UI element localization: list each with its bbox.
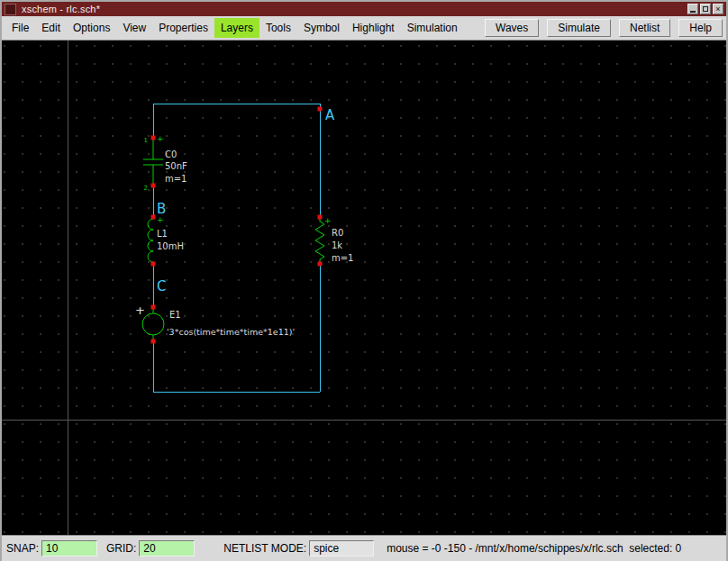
menu-file[interactable]: File xyxy=(5,18,35,38)
resistor-name-label[interactable]: R0 xyxy=(332,228,343,238)
inductor-value-label[interactable]: 10mH xyxy=(157,241,184,251)
netlist-mode-label: NETLIST MODE: xyxy=(223,542,306,555)
source-polarity-plus: + xyxy=(135,303,145,317)
pin-node-a[interactable] xyxy=(318,107,323,112)
capacitor-pin1-number: 1 xyxy=(144,137,148,144)
source-circle xyxy=(142,313,164,335)
menu-view[interactable]: View xyxy=(116,18,152,38)
statusbar: SNAP: GRID: NETLIST MODE: mouse = -0 -15… xyxy=(2,535,726,561)
pin-inductor-2[interactable] xyxy=(151,262,156,267)
resistor-value-label[interactable]: 1k xyxy=(332,240,342,250)
source-value-label[interactable]: '3*cos(time*time*time*1e11)' xyxy=(167,327,295,337)
menu-layers[interactable]: Layers xyxy=(214,18,259,38)
resistor-plus-mark: + xyxy=(324,216,332,225)
menu-properties[interactable]: Properties xyxy=(152,18,214,38)
window-buttons: × xyxy=(687,4,723,14)
capacitor-name-label[interactable]: C0 xyxy=(165,149,177,159)
pin-inductor-1[interactable] xyxy=(151,215,156,220)
capacitor-plus-mark: + xyxy=(157,134,164,143)
pin-source-minus[interactable] xyxy=(151,339,156,344)
menu-edit[interactable]: Edit xyxy=(35,18,67,38)
inductor-name-label[interactable]: L1 xyxy=(157,229,168,239)
pin-resistor-2[interactable] xyxy=(318,262,323,267)
grid-label: GRID: xyxy=(106,542,136,555)
resistor-zigzag xyxy=(315,217,324,264)
maximize-button[interactable] xyxy=(700,4,711,14)
capacitor-pin2-number: 2 xyxy=(144,185,148,192)
waves-button[interactable]: Waves xyxy=(485,19,539,37)
source-name-label[interactable]: E1 xyxy=(169,310,181,320)
menubar: File Edit Options View Properties Layers… xyxy=(2,16,726,41)
close-button[interactable]: × xyxy=(713,4,723,14)
snap-label: SNAP: xyxy=(6,542,39,555)
menu-highlight[interactable]: Highlight xyxy=(346,18,401,38)
capacitor-mult-label[interactable]: m=1 xyxy=(165,174,187,184)
pin-capacitor-1[interactable] xyxy=(151,136,156,140)
resistor-symbol[interactable] xyxy=(315,217,324,264)
maximize-icon xyxy=(703,6,708,12)
menu-tools[interactable]: Tools xyxy=(259,18,297,38)
menu-options[interactable]: Options xyxy=(67,18,116,38)
pin-source-plus[interactable] xyxy=(151,305,156,310)
menu-simulation[interactable]: Simulation xyxy=(401,18,464,38)
pin-resistor-1[interactable] xyxy=(318,215,323,220)
schematic-drawing[interactable]: + 1 2 C0 50nF m=1 + L1 10mH + E1 xyxy=(2,41,726,535)
schematic-canvas[interactable]: + 1 2 C0 50nF m=1 + L1 10mH + E1 xyxy=(2,41,726,535)
netlist-mode-input[interactable] xyxy=(309,540,374,556)
grid-input[interactable] xyxy=(139,540,195,556)
snap-input[interactable] xyxy=(41,540,97,556)
node-label-a[interactable]: A xyxy=(325,107,335,123)
node-label-b[interactable]: B xyxy=(157,201,166,217)
inductor-coil xyxy=(148,217,153,264)
pin-capacitor-2[interactable] xyxy=(151,184,156,188)
node-label-c[interactable]: C xyxy=(157,278,166,294)
voltage-source-symbol[interactable] xyxy=(142,307,164,341)
titlebar: xschem - rlc.sch* × xyxy=(2,2,726,16)
menu-symbol[interactable]: Symbol xyxy=(297,18,346,38)
resistor-mult-label[interactable]: m=1 xyxy=(332,253,353,263)
window-title: xschem - rlc.sch* xyxy=(22,4,100,14)
minimize-icon xyxy=(690,11,696,13)
help-button[interactable]: Help xyxy=(678,19,723,37)
xschem-window: xschem - rlc.sch* × File Edit Options Vi… xyxy=(0,0,728,561)
netlist-button[interactable]: Netlist xyxy=(619,19,670,37)
inductor-symbol[interactable] xyxy=(148,217,153,264)
minimize-button[interactable] xyxy=(687,4,698,14)
window-menu-icon[interactable] xyxy=(5,4,16,15)
mouse-info: mouse = -0 -150 - /mnt/x/home/schippes/x… xyxy=(387,542,681,555)
capacitor-symbol[interactable] xyxy=(143,138,163,185)
capacitor-value-label[interactable]: 50nF xyxy=(165,161,187,171)
simulate-button[interactable]: Simulate xyxy=(547,19,611,37)
